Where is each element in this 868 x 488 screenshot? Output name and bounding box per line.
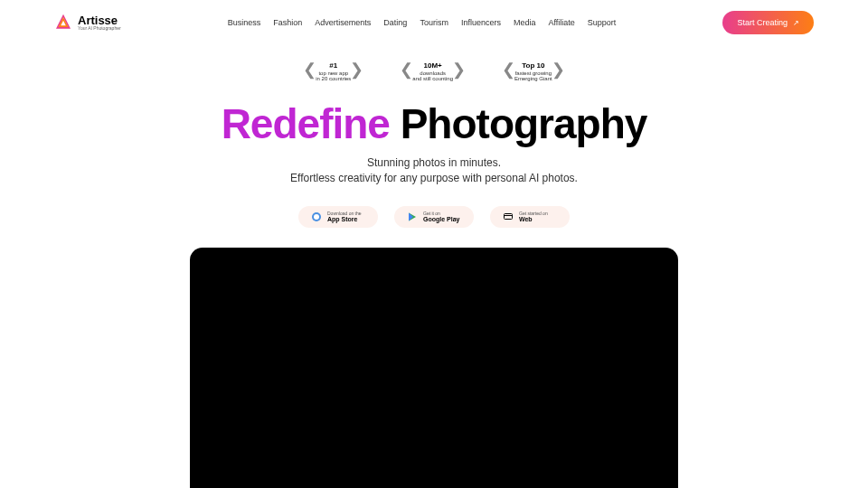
laurel-right-icon: ❮ — [556, 61, 565, 83]
store-bottom: Google Play — [423, 216, 459, 222]
hero-main: Photography — [401, 100, 647, 147]
store-text: Download on the App Store — [327, 211, 362, 222]
hero-video[interactable] — [190, 248, 678, 488]
hero-subtitle: Stunning photos in minutes. Effortless c… — [0, 155, 868, 186]
badge-text: Top 10 fastest growing Emerging Giant — [514, 62, 552, 82]
main-nav: Business Fashion Advertisements Dating T… — [228, 18, 617, 27]
logo[interactable]: Artisse Your AI Photographer — [54, 14, 121, 32]
badge-line2: in 20 countries — [316, 76, 351, 82]
store-text: Get it on Google Play — [423, 211, 459, 222]
badge-text: 10M+ downloads and still counting — [412, 62, 453, 82]
subtitle-line1: Stunning photos in minutes. — [0, 155, 868, 171]
store-bottom: Web — [519, 216, 548, 222]
badge-rank: ❮ #1 top new app in 20 countries ❮ — [303, 61, 363, 83]
nav-advertisements[interactable]: Advertisements — [315, 18, 371, 27]
nav-influencers[interactable]: Influencers — [461, 18, 501, 27]
badge-line1: downloads — [412, 70, 453, 77]
web-button[interactable]: Get started on Web — [490, 206, 570, 228]
badge-growth: ❮ Top 10 fastest growing Emerging Giant … — [502, 61, 565, 83]
store-text: Get started on Web — [519, 211, 548, 222]
nav-fashion[interactable]: Fashion — [273, 18, 302, 27]
hero-title: Redefine Photography — [0, 99, 868, 148]
laurel-right-icon: ❮ — [354, 61, 363, 83]
cta-label: Start Creating — [737, 18, 788, 27]
badge-downloads: ❮ 10M+ downloads and still counting ❮ — [400, 61, 466, 83]
hero-accent: Redefine — [222, 100, 390, 147]
badge-title: #1 — [316, 62, 351, 70]
badge-text: #1 top new app in 20 countries — [316, 62, 351, 82]
nav-business[interactable]: Business — [228, 18, 261, 27]
badge-line1: fastest growing — [514, 70, 552, 77]
nav-support[interactable]: Support — [588, 18, 617, 27]
laurel-left-icon: ❮ — [502, 61, 511, 83]
web-icon — [503, 211, 514, 222]
laurel-left-icon: ❮ — [303, 61, 312, 83]
play-icon — [407, 211, 418, 222]
google-play-button[interactable]: Get it on Google Play — [394, 206, 474, 228]
arrow-icon: ↗ — [793, 19, 799, 27]
app-store-button[interactable]: Download on the App Store — [298, 206, 378, 228]
badge-line2: Emerging Giant — [514, 76, 552, 82]
logo-text: Artisse Your AI Photographer — [78, 14, 121, 31]
badges-row: ❮ #1 top new app in 20 countries ❮ ❮ 10M… — [0, 61, 868, 83]
badge-line1: top new app — [316, 70, 351, 77]
laurel-left-icon: ❮ — [400, 61, 409, 83]
badge-title: 10M+ — [412, 62, 453, 70]
start-creating-button[interactable]: Start Creating ↗ — [722, 11, 814, 34]
nav-media[interactable]: Media — [514, 18, 536, 27]
header: Artisse Your AI Photographer Business Fa… — [0, 0, 868, 45]
nav-dating[interactable]: Dating — [383, 18, 407, 27]
logo-tagline: Your AI Photographer — [78, 26, 121, 31]
laurel-right-icon: ❮ — [457, 61, 466, 83]
store-buttons: Download on the App Store Get it on Goog… — [0, 206, 868, 228]
logo-icon — [54, 14, 72, 32]
badge-line2: and still counting — [412, 76, 453, 82]
subtitle-line2: Effortless creativity for any purpose wi… — [0, 171, 868, 186]
store-top: Get started on — [519, 211, 548, 216]
store-bottom: App Store — [327, 216, 362, 222]
badge-title: Top 10 — [514, 62, 552, 70]
store-top: Download on the — [327, 211, 362, 216]
nav-affiliate[interactable]: Affiliate — [548, 18, 574, 27]
apple-icon — [311, 211, 322, 222]
nav-tourism[interactable]: Tourism — [420, 18, 448, 27]
svg-rect-1 — [505, 213, 513, 219]
